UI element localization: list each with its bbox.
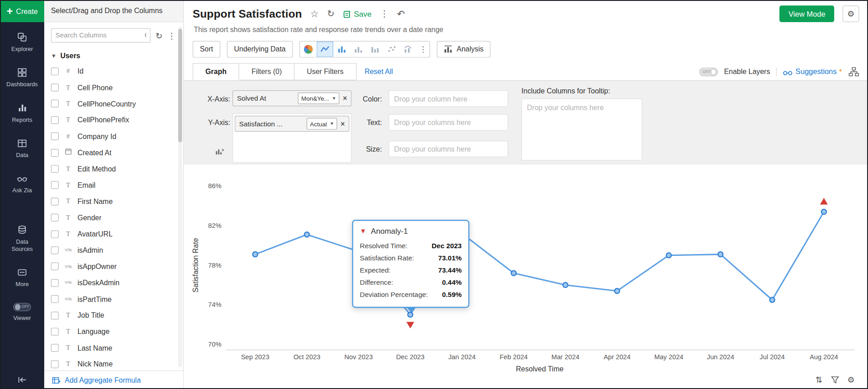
- column-item[interactable]: TCellPhoneCountry: [44, 96, 183, 112]
- column-checkbox[interactable]: [51, 198, 59, 205]
- y-axis-aggregation-select[interactable]: Actual ▼: [307, 118, 337, 130]
- color-drop-input[interactable]: [388, 90, 508, 107]
- report-menu-icon[interactable]: ⋮: [380, 9, 389, 19]
- column-checkbox[interactable]: [51, 149, 59, 157]
- add-aggregate-formula-link[interactable]: Add Aggregate Formula: [44, 370, 183, 389]
- tab-user-filters[interactable]: User Filters: [294, 63, 356, 80]
- search-box[interactable]: [51, 28, 151, 43]
- column-item[interactable]: TLast Name: [44, 340, 183, 356]
- column-checkbox[interactable]: [51, 295, 59, 303]
- chart-settings-gear-icon[interactable]: ⚙: [847, 375, 855, 384]
- column-item[interactable]: TCellPhonePrefix: [44, 112, 183, 128]
- nav-item-ask-zia[interactable]: Ask Zia: [0, 174, 44, 194]
- nav-item-reports[interactable]: Reports: [0, 103, 44, 124]
- scatter-chart-type-icon[interactable]: [383, 41, 400, 56]
- pie-chart-type-icon[interactable]: [300, 41, 317, 56]
- column-checkbox[interactable]: [51, 328, 59, 335]
- column-item[interactable]: Created At: [44, 144, 183, 161]
- report-settings-button[interactable]: ⚙: [842, 5, 859, 22]
- nav-item-more[interactable]: More: [0, 267, 44, 288]
- column-checkbox[interactable]: [51, 360, 59, 368]
- column-item[interactable]: TEmail: [44, 177, 183, 193]
- analysis-button[interactable]: Analysis: [437, 41, 491, 57]
- refresh-report-icon[interactable]: ↻: [327, 9, 334, 19]
- column-checkbox[interactable]: [51, 214, 59, 222]
- column-checkbox[interactable]: [51, 279, 59, 287]
- column-item[interactable]: Y/NisAdmin: [44, 242, 183, 259]
- column-checkbox[interactable]: [51, 116, 59, 124]
- sort-button[interactable]: Sort: [193, 41, 220, 57]
- x-axis-aggregation-select[interactable]: Mon&Ye... ▼: [298, 93, 339, 104]
- nav-item-viewer[interactable]: OFF Viewer: [0, 303, 44, 322]
- column-checkbox[interactable]: [51, 344, 59, 352]
- column-checkbox[interactable]: [51, 263, 59, 270]
- underlying-data-button[interactable]: Underlying Data: [227, 41, 293, 57]
- column-checkbox[interactable]: [51, 311, 59, 319]
- undo-icon[interactable]: ↶: [397, 9, 405, 19]
- axis-settings-icon[interactable]: [215, 147, 225, 158]
- column-item[interactable]: TJob Title: [44, 307, 183, 324]
- y-axis-drop-zone[interactable]: Satisfaction ... Actual ▼ ×: [232, 114, 351, 163]
- stacked-bar-chart-type-icon[interactable]: [350, 41, 367, 56]
- enable-layers-toggle[interactable]: OFF: [699, 67, 718, 76]
- column-item[interactable]: TFirst Name: [44, 193, 183, 209]
- column-item[interactable]: TGender: [44, 209, 183, 226]
- text-type-icon: T: [64, 328, 73, 336]
- tab-filters[interactable]: Filters (0): [239, 63, 295, 80]
- columns-menu-icon[interactable]: ⋮: [167, 31, 175, 39]
- column-checkbox[interactable]: [51, 246, 59, 254]
- more-chart-types-icon[interactable]: ⋮: [416, 41, 429, 56]
- column-item[interactable]: #Company Id: [44, 128, 183, 144]
- view-mode-button[interactable]: View Mode: [780, 5, 834, 22]
- favorite-star-icon[interactable]: ☆: [310, 9, 319, 19]
- bar-chart-type-icon[interactable]: [333, 41, 350, 56]
- satisfaction-line-chart[interactable]: 86%82%78%74%70%Sep 2023Oct 2023Nov 2023D…: [184, 164, 868, 387]
- x-axis-column-chip[interactable]: Solved At Mon&Ye... ▼ ×: [232, 90, 351, 107]
- y-axis-column-chip[interactable]: Satisfaction ... Actual ▼ ×: [235, 116, 349, 132]
- column-item[interactable]: TAvatarURL: [44, 226, 183, 242]
- column-item[interactable]: Y/NisPartTime: [44, 291, 183, 307]
- columns-scrollbar-thumb[interactable]: [178, 29, 182, 143]
- create-button[interactable]: + Create: [0, 0, 44, 22]
- hierarchy-view-icon[interactable]: [849, 67, 859, 76]
- column-item[interactable]: TNick Name: [44, 356, 183, 370]
- nav-item-explorer[interactable]: Explorer: [0, 32, 44, 53]
- nav-item-dashboards[interactable]: Dashboards: [0, 68, 44, 88]
- search-input[interactable]: [55, 32, 145, 39]
- combo-chart-type-icon[interactable]: [400, 41, 416, 56]
- remove-y-column-icon[interactable]: ×: [341, 120, 345, 128]
- sort-data-icon[interactable]: ⇅: [815, 375, 822, 384]
- column-checkbox[interactable]: [51, 133, 59, 140]
- column-checkbox[interactable]: [51, 67, 59, 75]
- line-chart-type-icon[interactable]: [317, 41, 333, 56]
- nav-item-data-sources[interactable]: Data Sources: [0, 225, 44, 253]
- suggestions-button[interactable]: Suggestions ✦: [783, 67, 842, 76]
- tab-graph[interactable]: Graph: [193, 63, 239, 80]
- sparkle-icon: ✦: [838, 67, 842, 73]
- table-group-users[interactable]: ▼ Users: [44, 46, 183, 62]
- column-item[interactable]: TEdit Method: [44, 161, 183, 177]
- filter-funnel-icon[interactable]: [831, 376, 839, 384]
- column-item[interactable]: TLanguage: [44, 324, 183, 340]
- column-checkbox[interactable]: [51, 83, 59, 91]
- save-button[interactable]: Save: [343, 9, 372, 19]
- remove-x-column-icon[interactable]: ×: [343, 94, 347, 102]
- column-checkbox[interactable]: [51, 230, 59, 238]
- column-checkbox[interactable]: [51, 100, 59, 107]
- column-checkbox[interactable]: [51, 181, 59, 189]
- reset-all-link[interactable]: Reset All: [365, 68, 393, 76]
- size-drop-input[interactable]: [388, 141, 508, 157]
- viewer-off-toggle[interactable]: OFF: [13, 303, 31, 311]
- column-checkbox[interactable]: [51, 165, 59, 173]
- text-drop-input[interactable]: [388, 114, 508, 131]
- nav-item-data[interactable]: Data: [0, 139, 44, 159]
- tooltip-columns-drop-zone[interactable]: Drop your columns here: [522, 98, 642, 160]
- column-item[interactable]: #Id: [44, 63, 183, 79]
- column-item[interactable]: Y/NisDeskAdmin: [44, 275, 183, 291]
- refresh-columns-icon[interactable]: ↻: [156, 31, 162, 39]
- column-item[interactable]: TCell Phone: [44, 79, 183, 96]
- column-item[interactable]: Y/NisAppOwner: [44, 259, 183, 275]
- add-aggregate-formula-label: Add Aggregate Formula: [65, 376, 141, 384]
- collapse-rail-button[interactable]: [0, 376, 44, 384]
- column-chart-type-icon[interactable]: [366, 41, 383, 56]
